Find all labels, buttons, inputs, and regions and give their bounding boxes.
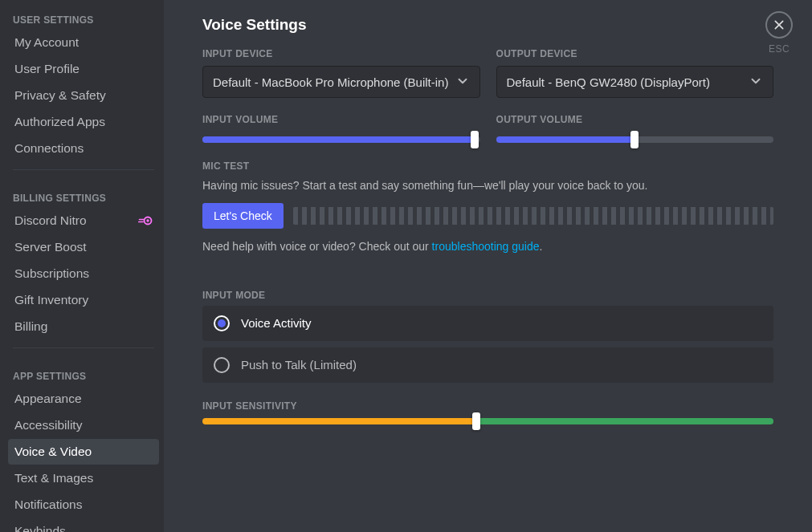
sidebar-header-billing-settings: BILLING SETTINGS [8,178,159,207]
sidebar-item-label: User Profile [14,62,80,76]
mic-test-button[interactable]: Let's Check [202,203,284,229]
help-suffix: . [540,240,543,253]
sidebar-item-label: Text & Images [14,471,93,485]
sidebar-item-label: Server Boost [14,240,87,254]
sidebar-item-connections[interactable]: Connections [8,136,159,161]
slider-fill [202,136,475,143]
sidebar-item-billing[interactable]: Billing [8,314,159,339]
sidebar-item-label: Gift Inventory [14,293,88,307]
sidebar-item-gift-inventory[interactable]: Gift Inventory [8,287,159,313]
sidebar-item-user-profile[interactable]: User Profile [8,56,159,82]
input-volume-slider[interactable] [202,136,480,143]
nitro-badge-icon [138,216,153,225]
slider-fill [496,136,635,143]
mic-level-meter [293,207,773,225]
settings-sidebar: USER SETTINGS My Account User Profile Pr… [0,0,164,532]
sidebar-item-subscriptions[interactable]: Subscriptions [8,261,159,286]
svg-point-1 [146,219,149,221]
troubleshooting-link[interactable]: troubleshooting guide [432,240,540,253]
sidebar-item-label: Discord Nitro [14,213,87,228]
sidebar-item-appearance[interactable]: Appearance [8,386,159,412]
input-sensitivity-label: INPUT SENSITIVITY [202,400,773,412]
mic-test-label: MIC TEST [202,160,773,172]
sidebar-item-text-images[interactable]: Text & Images [8,465,159,491]
sidebar-item-label: Keybinds [14,524,66,532]
close-esc-label: ESC [765,43,793,55]
close-icon [765,11,793,39]
slider-thumb[interactable] [472,412,480,430]
input-volume-label: INPUT VOLUME [202,114,480,125]
close-button[interactable]: ESC [765,11,793,55]
settings-content: ESC Voice Settings INPUT DEVICE Default … [164,0,812,532]
voice-help-text: Need help with voice or video? Check out… [202,240,773,253]
output-device-value: Default - BenQ GW2480 (DisplayPort) [507,75,743,89]
sidebar-item-label: Accessibility [14,418,82,433]
sidebar-item-keybinds[interactable]: Keybinds [8,518,159,532]
sidebar-item-my-account[interactable]: My Account [8,30,159,55]
mic-test-desc: Having mic issues? Start a test and say … [202,178,773,193]
input-sensitivity-slider[interactable] [202,418,773,424]
input-mode-label: INPUT MODE [202,290,773,301]
page-title: Voice Settings [202,16,773,34]
sidebar-item-label: Notifications [14,497,82,512]
slider-thumb[interactable] [471,131,479,148]
sidebar-item-accessibility[interactable]: Accessibility [8,412,159,438]
input-device-value: Default - MacBook Pro Microphone (Built-… [213,75,449,89]
sidebar-item-label: Subscriptions [14,266,89,281]
output-device-label: OUTPUT DEVICE [496,48,774,59]
chevron-down-icon [742,74,763,91]
sidebar-divider [13,169,154,170]
sidebar-divider [13,347,154,348]
radio-label: Push to Talk (Limited) [241,358,357,372]
sidebar-item-authorized-apps[interactable]: Authorized Apps [8,109,159,135]
sidebar-item-label: Appearance [14,392,82,406]
sidebar-header-user-settings: USER SETTINGS [8,0,159,29]
help-prefix: Need help with voice or video? Check out… [202,240,432,253]
output-volume-slider[interactable] [496,136,774,143]
radio-unselected-icon [214,357,230,373]
radio-label: Voice Activity [241,316,312,330]
output-volume-label: OUTPUT VOLUME [496,114,774,125]
sidebar-header-app-settings: APP SETTINGS [8,356,159,385]
sidebar-item-privacy-safety[interactable]: Privacy & Safety [8,83,159,108]
input-mode-push-to-talk[interactable]: Push to Talk (Limited) [202,347,773,383]
sidebar-item-label: My Account [14,35,79,50]
sidebar-item-notifications[interactable]: Notifications [8,492,159,518]
sidebar-item-server-boost[interactable]: Server Boost [8,234,159,260]
sidebar-item-label: Privacy & Safety [14,88,106,103]
sidebar-item-label: Connections [14,141,84,156]
input-mode-voice-activity[interactable]: Voice Activity [202,306,773,341]
sidebar-item-voice-video[interactable]: Voice & Video [8,439,159,465]
chevron-down-icon [449,74,470,91]
input-device-select[interactable]: Default - MacBook Pro Microphone (Built-… [202,66,480,98]
output-device-select[interactable]: Default - BenQ GW2480 (DisplayPort) [496,66,774,98]
input-device-label: INPUT DEVICE [202,48,480,59]
sidebar-item-label: Authorized Apps [14,115,105,129]
radio-selected-icon [214,315,230,331]
sidebar-item-label: Billing [14,319,47,334]
slider-thumb[interactable] [630,131,639,148]
sidebar-item-discord-nitro[interactable]: Discord Nitro [8,208,159,234]
sidebar-item-label: Voice & Video [14,445,92,459]
